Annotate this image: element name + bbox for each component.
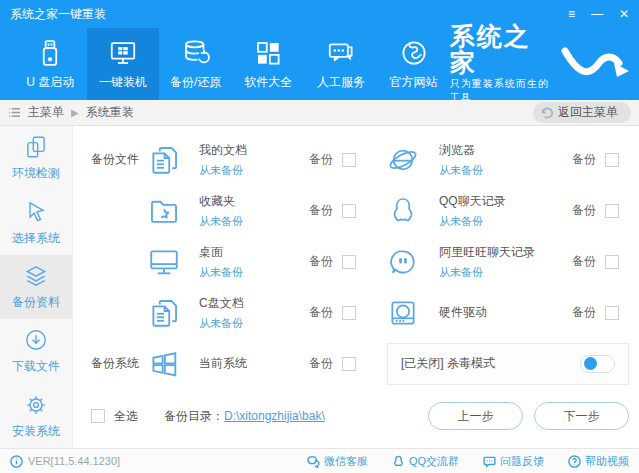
qq-icon [392, 455, 405, 468]
qq-icon [387, 195, 439, 227]
item-status[interactable]: 从未备份 [439, 265, 551, 280]
back-to-main-menu-button[interactable]: 返回主菜单 [533, 102, 631, 123]
minimize-icon[interactable]: — [591, 8, 603, 20]
backup-label: 备份 [309, 253, 333, 270]
help-video-link[interactable]: 帮助视频 [568, 454, 629, 469]
logo-tagline: 只为重装系统而生的工具 [450, 77, 555, 105]
chat-service-icon [326, 38, 356, 68]
sidebar-item-backup-data[interactable]: 备份资料 [0, 255, 72, 319]
backup-row: 收藏夹 从未备份 备份 QQ聊天记录 从未备份 备份 [91, 185, 629, 236]
nav-item-usb-boot[interactable]: U 盘启动 [14, 28, 87, 100]
antivirus-mode-toggle[interactable] [580, 355, 615, 373]
select-all-checkbox[interactable] [91, 409, 105, 423]
sidebar-item-select-system[interactable]: 选择系统 [0, 190, 72, 254]
sidebar-item-install-system[interactable]: 安装系统 [0, 384, 72, 448]
item-name: 桌面 [199, 244, 309, 261]
breadcrumb: 主菜单 ▶ 系统重装 返回主菜单 [0, 100, 639, 126]
backup-label: 备份 [309, 304, 333, 321]
layers-icon [23, 263, 49, 289]
sidebar-item-download-files[interactable]: 下载文件 [0, 319, 72, 383]
feedback-icon [483, 455, 496, 468]
folder-star-icon [147, 194, 199, 228]
close-icon[interactable]: ✕ [619, 8, 629, 20]
antivirus-mode-box: [已关闭] 杀毒模式 [387, 343, 629, 385]
item-status[interactable]: 从未备份 [439, 214, 551, 229]
feedback-link[interactable]: 问题反馈 [483, 454, 544, 469]
item-status[interactable]: 从未备份 [199, 265, 309, 280]
help-icon [568, 455, 581, 468]
backup-dir-label: 备份目录： [164, 409, 224, 423]
next-step-button[interactable]: 下一步 [534, 402, 629, 430]
item-name: 硬件驱动 [439, 304, 551, 321]
backup-checkbox-browser[interactable] [605, 153, 619, 167]
backup-checkbox-favorites[interactable] [342, 204, 356, 218]
backup-dir-link[interactable]: D:\xitongzhijia\bak\ [224, 409, 325, 423]
window-title: 系统之家一键重装 [10, 6, 106, 23]
item-status[interactable]: 从未备份 [439, 163, 551, 178]
backup-row: C盘文档 从未备份 备份 硬件驱动 备份 [91, 287, 629, 338]
back-arrow-icon [540, 107, 553, 119]
backup-checkbox-wangwang-history[interactable] [605, 255, 619, 269]
backup-label: 备份 [572, 151, 596, 168]
nav-item-one-key-install[interactable]: 一键装机 [87, 28, 160, 100]
sidebar: 环境检测 选择系统 备份资料 下载文件 安装系统 [0, 126, 73, 448]
nav-item-software[interactable]: 软件大全 [232, 28, 305, 100]
toggle-knob [584, 357, 597, 370]
info-icon [10, 455, 23, 468]
browser-icon [387, 144, 439, 176]
prev-step-button[interactable]: 上一步 [428, 402, 523, 430]
wechat-service-link[interactable]: 微信客服 [307, 454, 368, 469]
list-icon [8, 107, 21, 118]
nav-item-backup-restore[interactable]: 备份/还原 [159, 28, 232, 100]
backup-checkbox-hardware-drivers[interactable] [605, 306, 619, 320]
download-icon [23, 327, 49, 353]
wangwang-icon [387, 246, 439, 278]
nav-item-support[interactable]: 人工服务 [305, 28, 378, 100]
backup-checkbox-c-drive-docs[interactable] [342, 306, 356, 320]
antivirus-mode-label: [已关闭] 杀毒模式 [401, 355, 495, 372]
usb-drive-icon [35, 38, 65, 68]
cursor-icon [23, 199, 49, 225]
app-logo: 系统之家 只为重装系统而生的工具 [450, 28, 639, 100]
hard-drive-icon [387, 297, 439, 329]
documents-icon [147, 143, 199, 177]
menu-icon[interactable]: ≡ [568, 8, 575, 20]
computer-windows-icon [108, 38, 138, 68]
devices-check-icon [23, 134, 49, 160]
backup-label: 备份 [309, 151, 333, 168]
backup-checkbox-current-system[interactable] [342, 357, 356, 371]
item-name: 浏览器 [439, 142, 551, 159]
group-label-backup-files: 备份文件 [91, 151, 147, 168]
item-status[interactable]: 从未备份 [199, 316, 309, 331]
wechat-icon [307, 455, 320, 468]
qq-group-link[interactable]: QQ交流群 [392, 454, 459, 469]
backup-row: 桌面 从未备份 备份 阿里旺旺聊天记录 从未备份 备份 [91, 236, 629, 287]
documents-icon [147, 296, 199, 330]
breadcrumb-current: 系统重装 [86, 104, 134, 121]
item-status[interactable]: 从未备份 [199, 214, 309, 229]
item-name: 阿里旺旺聊天记录 [439, 244, 551, 261]
nav-item-website[interactable]: 官方网站 [377, 28, 450, 100]
breadcrumb-root[interactable]: 主菜单 [28, 104, 64, 121]
group-label-backup-system: 备份系统 [91, 355, 147, 372]
backup-label: 备份 [309, 202, 333, 219]
backup-system-row: 备份系统 当前系统 备份 [已关闭] 杀毒模式 [91, 338, 629, 389]
logo-title: 系统之家 [450, 23, 555, 76]
sidebar-item-env-check[interactable]: 环境检测 [0, 126, 72, 190]
item-name: 我的文档 [199, 142, 309, 159]
backup-checkbox-qq-history[interactable] [605, 204, 619, 218]
backup-label: 备份 [572, 253, 596, 270]
item-name: 当前系统 [199, 355, 309, 372]
status-bar: VER[11.5.44.1230] 微信客服 QQ交流群 问题反馈 帮助视频 [0, 448, 639, 473]
database-restore-icon [181, 38, 211, 68]
globe-icon [399, 38, 429, 68]
backup-label: 备份 [309, 355, 333, 372]
backup-label: 备份 [572, 202, 596, 219]
backup-row: 备份文件 我的文档 从未备份 备份 浏览器 从未备份 备份 [91, 134, 629, 185]
logo-swoosh-icon [559, 41, 631, 87]
backup-checkbox-my-documents[interactable] [342, 153, 356, 167]
item-name: C盘文档 [199, 295, 309, 312]
backup-checkbox-desktop[interactable] [342, 255, 356, 269]
item-status[interactable]: 从未备份 [199, 163, 309, 178]
gear-icon [23, 392, 49, 418]
